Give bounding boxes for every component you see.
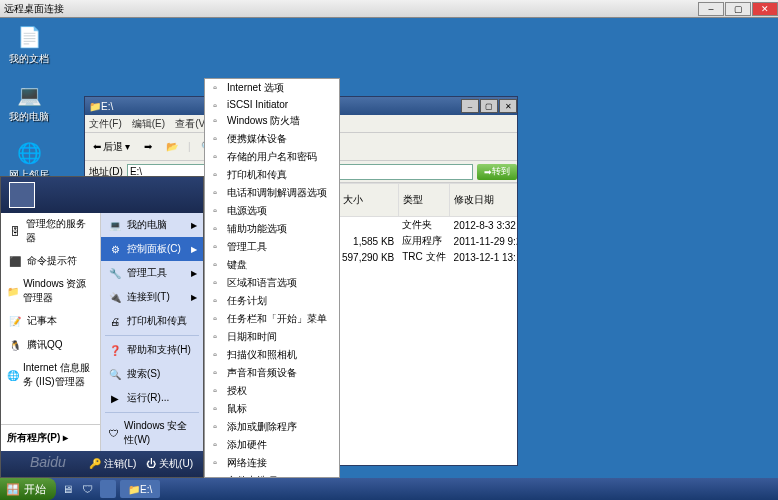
cp-icon: ▫ — [208, 167, 222, 181]
item-icon: 🛡 — [107, 425, 120, 441]
control-panel-item[interactable]: ▫任务计划 — [205, 292, 339, 310]
exp-close[interactable]: ✕ — [499, 99, 517, 113]
menu-item[interactable]: 编辑(E) — [132, 117, 165, 131]
control-panel-item[interactable]: ▫电话和调制解调器选项 — [205, 184, 339, 202]
item-icon: ▶ — [107, 390, 123, 406]
cp-icon: ▫ — [208, 113, 222, 127]
control-panel-item[interactable]: ▫添加硬件 — [205, 436, 339, 454]
control-panel-item[interactable]: ▫Internet 选项 — [205, 79, 339, 97]
网上邻居-icon: 🌐 — [14, 138, 44, 168]
start-right-item[interactable]: ▶运行(R)... — [101, 386, 203, 410]
cp-icon: ▫ — [208, 365, 222, 379]
control-panel-item[interactable]: ▫文件夹选项 — [205, 472, 339, 478]
exp-min[interactable]: – — [461, 99, 479, 113]
start-left-item[interactable]: 🌐Internet 信息服务 (IIS)管理器 — [1, 357, 100, 393]
app-icon: 📝 — [7, 313, 23, 329]
shutdown-button[interactable]: ⏻ 关机(U) — [146, 457, 193, 471]
item-icon: 💻 — [107, 217, 123, 233]
control-panel-item[interactable]: ▫管理工具 — [205, 238, 339, 256]
desktop-icon[interactable]: 📄我的文档 — [4, 22, 54, 66]
logoff-button[interactable]: 🔑 注销(L) — [89, 457, 136, 471]
go-button[interactable]: ➡ 转到 — [477, 164, 517, 180]
start-left-item[interactable]: 📝记事本 — [1, 309, 100, 333]
close-button[interactable]: ✕ — [752, 2, 778, 16]
taskbar-task-1[interactable] — [100, 480, 116, 498]
control-panel-item[interactable]: ▫区域和语言选项 — [205, 274, 339, 292]
control-panel-item[interactable]: ▫鼠标 — [205, 400, 339, 418]
explorer-title: E:\ — [101, 101, 113, 112]
item-icon: 🖨 — [107, 313, 123, 329]
cp-icon: ▫ — [208, 275, 222, 289]
minimize-button[interactable]: – — [698, 2, 724, 16]
item-icon: ⚙ — [107, 241, 123, 257]
cp-icon: ▫ — [208, 257, 222, 271]
start-right-item[interactable]: 🔌连接到(T)▶ — [101, 285, 203, 309]
cp-icon: ▫ — [208, 98, 222, 112]
item-icon: 🔌 — [107, 289, 123, 305]
control-panel-item[interactable]: ▫辅助功能选项 — [205, 220, 339, 238]
chevron-right-icon: ▶ — [191, 245, 197, 254]
control-panel-item[interactable]: ▫便携媒体设备 — [205, 130, 339, 148]
cp-icon: ▫ — [208, 311, 222, 325]
ql-security[interactable]: 🛡 — [78, 481, 96, 497]
cp-icon: ▫ — [208, 347, 222, 361]
control-panel-item[interactable]: ▫声音和音频设备 — [205, 364, 339, 382]
control-panel-item[interactable]: ▫任务栏和「开始」菜单 — [205, 310, 339, 328]
cp-icon: ▫ — [208, 329, 222, 343]
app-icon: 📁 — [7, 283, 19, 299]
cp-icon: ▫ — [208, 455, 222, 469]
item-icon: 🔧 — [107, 265, 123, 281]
start-left-item[interactable]: 🗄管理您的服务器 — [1, 213, 100, 249]
control-panel-item[interactable]: ▫打印机和传真 — [205, 166, 339, 184]
back-button[interactable]: ⬅ 后退 ▾ — [89, 138, 134, 156]
chevron-right-icon: ▶ — [191, 221, 197, 230]
control-panel-item[interactable]: ▫日期和时间 — [205, 328, 339, 346]
column-header[interactable]: 大小 — [338, 184, 398, 217]
我的电脑-icon: 💻 — [14, 80, 44, 110]
control-panel-item[interactable]: ▫扫描仪和照相机 — [205, 346, 339, 364]
start-left-item[interactable]: ⬛命令提示符 — [1, 249, 100, 273]
item-icon: ❓ — [107, 342, 123, 358]
cp-icon: ▫ — [208, 473, 222, 478]
control-panel-item[interactable]: ▫存储的用户名和密码 — [205, 148, 339, 166]
start-user-banner — [1, 177, 203, 213]
cp-icon: ▫ — [208, 419, 222, 433]
start-right-item[interactable]: ❓帮助和支持(H) — [101, 338, 203, 362]
start-right-item[interactable]: 🔧管理工具▶ — [101, 261, 203, 285]
column-header[interactable]: 类型 — [398, 184, 449, 217]
control-panel-item[interactable]: ▫添加或删除程序 — [205, 418, 339, 436]
maximize-button[interactable]: ▢ — [725, 2, 751, 16]
start-left-item[interactable]: 🐧腾讯QQ — [1, 333, 100, 357]
cp-icon: ▫ — [208, 203, 222, 217]
control-panel-item[interactable]: ▫iSCSI Initiator — [205, 97, 339, 112]
all-programs[interactable]: 所有程序(P) ▸ — [1, 424, 100, 451]
taskbar-task-2[interactable]: 📁 E:\ — [120, 480, 160, 498]
app-icon: 🐧 — [7, 337, 23, 353]
start-right-item[interactable]: ⚙控制面板(C)▶ — [101, 237, 203, 261]
app-icon: 🗄 — [7, 223, 22, 239]
control-panel-item[interactable]: ▫授权 — [205, 382, 339, 400]
ql-desktop[interactable]: 🖥 — [58, 481, 76, 497]
desktop-icon[interactable]: 💻我的电脑 — [4, 80, 54, 124]
rdp-title: 远程桌面连接 — [4, 2, 64, 16]
up-button[interactable]: 📂 — [162, 139, 182, 154]
cp-icon: ▫ — [208, 401, 222, 415]
control-panel-item[interactable]: ▫Windows 防火墙 — [205, 112, 339, 130]
start-button[interactable]: 🪟 开始 — [0, 478, 56, 500]
start-right-item[interactable]: 🖨打印机和传真 — [101, 309, 203, 333]
exp-max[interactable]: ▢ — [480, 99, 498, 113]
control-panel-item[interactable]: ▫电源选项 — [205, 202, 339, 220]
start-right-item[interactable]: 🛡Windows 安全性(W) — [101, 415, 203, 451]
start-right-item[interactable]: 💻我的电脑▶ — [101, 213, 203, 237]
column-header[interactable]: 修改日期 — [450, 184, 517, 217]
menu-item[interactable]: 文件(F) — [89, 117, 122, 131]
control-panel-item[interactable]: ▫网络连接 — [205, 454, 339, 472]
start-left-item[interactable]: 📁Windows 资源管理器 — [1, 273, 100, 309]
app-icon: 🌐 — [7, 367, 19, 383]
control-panel-item[interactable]: ▫键盘 — [205, 256, 339, 274]
forward-button[interactable]: ➡ — [140, 139, 156, 154]
start-right-item[interactable]: 🔍搜索(S) — [101, 362, 203, 386]
cp-icon: ▫ — [208, 239, 222, 253]
control-panel-submenu: ▫Internet 选项▫iSCSI Initiator▫Windows 防火墙… — [204, 78, 340, 478]
cp-icon: ▫ — [208, 149, 222, 163]
